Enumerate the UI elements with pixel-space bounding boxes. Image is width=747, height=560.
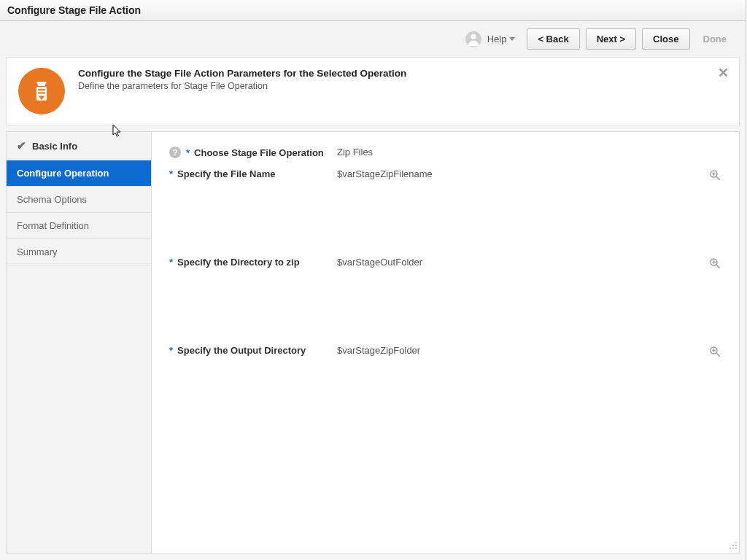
required-marker: *	[169, 168, 173, 179]
wizard-sidenav: ✔ Basic Info Configure Operation Schema …	[6, 131, 152, 554]
operation-label: Choose Stage File Operation	[194, 147, 324, 158]
dir-zip-label: Specify the Directory to zip	[177, 257, 300, 268]
out-dir-value: $varStageZipFolder	[337, 345, 692, 356]
nav-item-label: Basic Info	[32, 141, 77, 152]
close-button[interactable]: Close	[642, 28, 689, 50]
svg-point-0	[471, 34, 476, 39]
out-dir-label: Specify the Output Directory	[177, 345, 306, 356]
back-button[interactable]: < Back	[527, 28, 579, 50]
next-button[interactable]: Next >	[586, 28, 636, 50]
svg-point-20	[729, 548, 731, 549]
stage-file-badge-icon	[18, 68, 65, 114]
nav-basic-info[interactable]: ✔ Basic Info	[7, 132, 151, 160]
banner-title: Configure the Stage File Action Paramete…	[78, 68, 406, 79]
svg-point-18	[732, 545, 734, 546]
nav-configure-operation[interactable]: Configure Operation	[7, 160, 151, 187]
nav-item-label: Summary	[17, 246, 58, 257]
done-button: Done	[696, 29, 735, 49]
window-title: Configure Stage File Action	[0, 0, 746, 21]
dir-zip-value: $varStageOutFolder	[337, 257, 692, 268]
help-avatar-icon	[465, 31, 481, 47]
required-marker: *	[169, 345, 173, 356]
nav-schema-options[interactable]: Schema Options	[7, 187, 151, 213]
form-panel: ? * Choose Stage File Operation Zip File…	[152, 131, 740, 554]
help-menu[interactable]: Help	[487, 34, 516, 44]
svg-point-22	[735, 548, 737, 549]
banner-subtitle: Define the parameters for Stage File Ope…	[78, 81, 406, 91]
expression-builder-icon[interactable]	[708, 345, 721, 360]
filename-label: Specify the File Name	[177, 168, 275, 179]
required-marker: *	[169, 257, 173, 268]
filename-value: $varStageZipFilename	[337, 168, 692, 179]
expression-builder-icon[interactable]	[708, 168, 721, 184]
resize-grip-icon[interactable]	[727, 540, 738, 552]
nav-item-label: Schema Options	[17, 194, 87, 205]
operation-value: Zip Files	[337, 147, 692, 158]
help-label: Help	[487, 34, 507, 44]
nav-summary[interactable]: Summary	[7, 239, 151, 265]
required-marker: *	[186, 147, 190, 158]
svg-point-17	[735, 542, 737, 543]
nav-item-label: Format Definition	[17, 220, 89, 231]
svg-line-6	[716, 176, 720, 180]
toolbar: Help < Back Next > Close Done	[0, 21, 746, 57]
svg-rect-2	[38, 89, 45, 90]
svg-line-14	[716, 353, 720, 357]
check-icon: ✔	[17, 139, 26, 152]
svg-line-10	[716, 265, 720, 268]
instruction-banner: Configure the Stage File Action Paramete…	[6, 57, 740, 125]
close-icon[interactable]: ✕	[718, 65, 729, 81]
svg-point-21	[732, 548, 734, 549]
expression-builder-icon[interactable]	[708, 257, 721, 272]
svg-point-19	[735, 545, 737, 546]
info-icon[interactable]: ?	[169, 147, 181, 158]
nav-format-definition[interactable]: Format Definition	[7, 213, 151, 239]
nav-item-label: Configure Operation	[17, 168, 109, 179]
chevron-down-icon	[509, 37, 515, 41]
svg-rect-3	[38, 92, 45, 93]
